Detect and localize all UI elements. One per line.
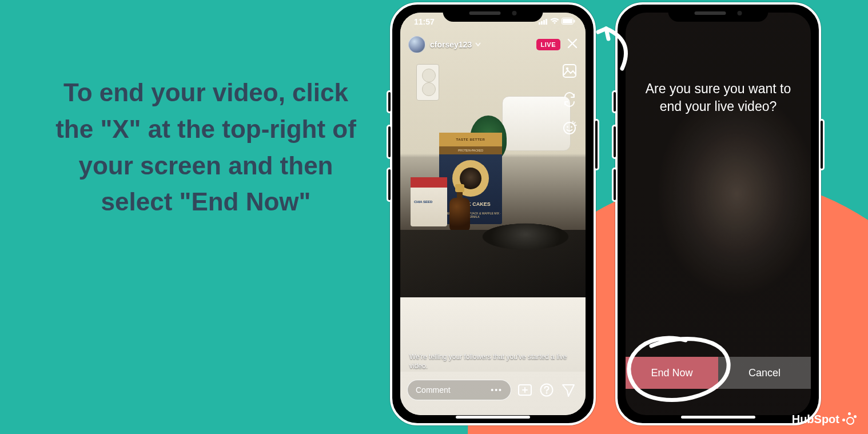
- live-screen: TASTE BETTER PROTEIN-PACKED KODIAK CAKES…: [400, 13, 586, 415]
- comment-placeholder: Comment: [416, 385, 451, 395]
- avatar[interactable]: [408, 36, 425, 53]
- phone-volume-up: [387, 125, 392, 159]
- annotation-circle-icon: [620, 332, 734, 408]
- scene-pancake-box: TASTE BETTER PROTEIN-PACKED KODIAK CAKES…: [439, 133, 502, 224]
- hubspot-sprocket-icon: [843, 413, 855, 426]
- box-brand: KODIAK CAKES: [439, 201, 502, 207]
- send-icon[interactable]: [560, 382, 576, 398]
- home-indicator: [681, 416, 755, 419]
- live-tool-rail: [562, 63, 578, 136]
- live-badge: LIVE: [536, 39, 560, 50]
- live-status-text: We're telling your followers that you've…: [409, 352, 576, 371]
- scene-toaster: [502, 96, 571, 151]
- svg-point-9: [564, 122, 575, 134]
- phone-mute-switch: [612, 90, 618, 113]
- scene-syrup-bottle: [449, 184, 470, 232]
- svg-point-11: [571, 126, 572, 128]
- tutorial-slide: To end your video, click the "X" at the …: [0, 0, 868, 434]
- status-time: 11:57: [414, 17, 435, 26]
- switch-camera-icon[interactable]: [562, 91, 578, 107]
- phone-volume-up: [612, 125, 618, 159]
- phone-notch: [668, 5, 769, 22]
- bag-label: CHIA SEED: [414, 200, 432, 204]
- battery-icon: [562, 17, 575, 26]
- more-icon[interactable]: •••: [491, 385, 503, 395]
- scene-chia-bag: CHIA SEED: [411, 177, 447, 226]
- annotation-arrow-icon: [595, 22, 635, 75]
- live-footer: Comment •••: [407, 379, 579, 401]
- phone-notch: [443, 5, 543, 22]
- hubspot-logo: HubSpot: [792, 413, 855, 426]
- phone-power-button: [819, 119, 825, 170]
- svg-point-10: [567, 126, 568, 128]
- phone-volume-down: [612, 168, 618, 202]
- scene-wall-outlet: [416, 64, 439, 101]
- svg-rect-2: [543, 20, 545, 25]
- home-indicator: [456, 416, 530, 419]
- box-product: POWER CAKES · FLAPJACK & WAFFLE MIX · BU…: [439, 212, 502, 218]
- add-guest-icon[interactable]: [517, 382, 533, 398]
- gallery-icon[interactable]: [562, 63, 578, 79]
- live-header: cforsey123 LIVE: [400, 33, 586, 56]
- close-icon[interactable]: [567, 38, 578, 51]
- question-icon[interactable]: [539, 382, 555, 398]
- hubspot-wordmark: HubSpot: [792, 413, 839, 426]
- phone-volume-down: [387, 168, 392, 202]
- svg-rect-0: [539, 22, 540, 25]
- svg-rect-6: [574, 20, 575, 23]
- phone-power-button: [594, 119, 599, 170]
- username[interactable]: cforsey123: [430, 40, 472, 49]
- confirm-prompt: Are you sure you want to end your live v…: [639, 80, 797, 116]
- box-strip-label: TASTE BETTER: [439, 133, 502, 146]
- face-filter-icon[interactable]: [562, 120, 578, 136]
- box-sub-label: PROTEIN-PACKED: [439, 146, 502, 154]
- svg-rect-5: [563, 19, 572, 23]
- svg-rect-7: [563, 65, 576, 77]
- svg-point-8: [566, 67, 568, 70]
- svg-rect-3: [546, 19, 547, 25]
- wifi-icon: [550, 17, 559, 26]
- phone-mock-live: TASTE BETTER PROTEIN-PACKED KODIAK CAKES…: [390, 2, 596, 425]
- svg-point-14: [546, 392, 548, 394]
- instruction-text: To end your video, click the "X" at the …: [46, 74, 366, 220]
- svg-rect-1: [541, 21, 543, 25]
- phone-mute-switch: [387, 90, 392, 113]
- comment-input[interactable]: Comment •••: [407, 380, 511, 400]
- chevron-down-icon[interactable]: [475, 41, 481, 49]
